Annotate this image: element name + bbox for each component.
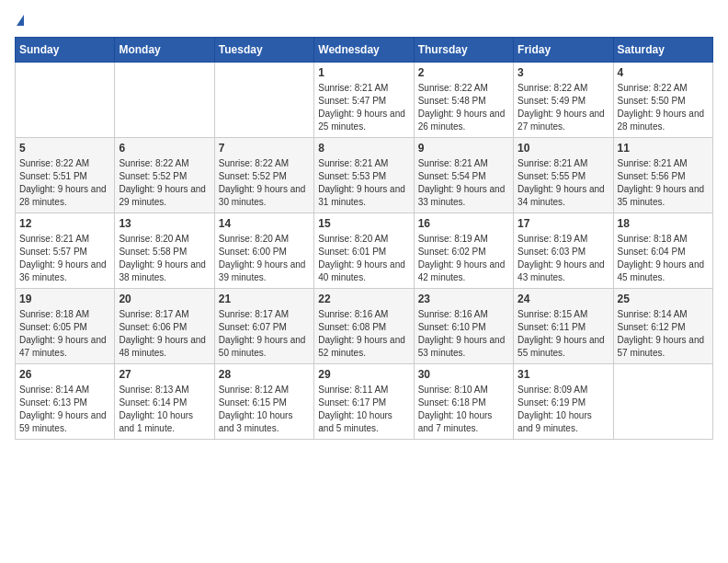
- day-number: 11: [618, 142, 709, 155]
- day-info: Sunrise: 8:21 AMSunset: 5:54 PMDaylight:…: [418, 157, 509, 209]
- calendar-week-row: 5Sunrise: 8:22 AMSunset: 5:51 PMDaylight…: [16, 138, 713, 213]
- day-info: Sunrise: 8:22 AMSunset: 5:52 PMDaylight:…: [219, 157, 310, 209]
- day-info: Sunrise: 8:13 AMSunset: 6:14 PMDaylight:…: [119, 384, 210, 435]
- day-info: Sunrise: 8:19 AMSunset: 6:03 PMDaylight:…: [518, 233, 609, 284]
- day-number: 3: [518, 66, 609, 79]
- day-number: 16: [418, 217, 509, 230]
- calendar-cell: 13Sunrise: 8:20 AMSunset: 5:58 PMDayligh…: [115, 213, 214, 289]
- day-info: Sunrise: 8:17 AMSunset: 6:06 PMDaylight:…: [119, 308, 210, 360]
- day-info: Sunrise: 8:22 AMSunset: 5:48 PMDaylight:…: [418, 82, 509, 133]
- calendar-cell: 3Sunrise: 8:22 AMSunset: 5:49 PMDaylight…: [514, 63, 613, 138]
- day-info: Sunrise: 8:21 AMSunset: 5:47 PMDaylight:…: [318, 82, 409, 133]
- calendar-cell: 28Sunrise: 8:12 AMSunset: 6:15 PMDayligh…: [214, 364, 313, 440]
- calendar-cell: 15Sunrise: 8:20 AMSunset: 6:01 PMDayligh…: [314, 213, 414, 289]
- day-number: 10: [518, 142, 609, 155]
- calendar-cell: 25Sunrise: 8:14 AMSunset: 6:12 PMDayligh…: [613, 289, 712, 364]
- day-number: 28: [219, 368, 310, 381]
- calendar-cell: 5Sunrise: 8:22 AMSunset: 5:51 PMDaylight…: [16, 138, 115, 213]
- calendar-cell: [16, 63, 115, 138]
- day-number: 22: [318, 293, 409, 305]
- day-info: Sunrise: 8:21 AMSunset: 5:57 PMDaylight:…: [19, 233, 110, 284]
- calendar-cell: [613, 364, 712, 440]
- day-info: Sunrise: 8:21 AMSunset: 5:55 PMDaylight:…: [518, 157, 609, 209]
- day-number: 20: [119, 293, 210, 305]
- calendar-day-header: Tuesday: [214, 38, 313, 63]
- day-number: 6: [119, 142, 210, 155]
- day-info: Sunrise: 8:16 AMSunset: 6:10 PMDaylight:…: [418, 308, 509, 360]
- day-info: Sunrise: 8:15 AMSunset: 6:11 PMDaylight:…: [518, 308, 609, 360]
- day-info: Sunrise: 8:14 AMSunset: 6:13 PMDaylight:…: [19, 384, 110, 435]
- day-number: 2: [418, 66, 509, 79]
- day-number: 15: [318, 217, 409, 230]
- calendar-day-header: Sunday: [16, 38, 115, 63]
- day-number: 26: [19, 368, 110, 381]
- calendar-cell: 6Sunrise: 8:22 AMSunset: 5:52 PMDaylight…: [115, 138, 214, 213]
- calendar-day-header: Monday: [115, 38, 214, 63]
- calendar-cell: 30Sunrise: 8:10 AMSunset: 6:18 PMDayligh…: [414, 364, 513, 440]
- day-info: Sunrise: 8:22 AMSunset: 5:50 PMDaylight:…: [618, 82, 709, 133]
- day-info: Sunrise: 8:22 AMSunset: 5:49 PMDaylight:…: [518, 82, 609, 133]
- calendar-cell: 17Sunrise: 8:19 AMSunset: 6:03 PMDayligh…: [514, 213, 613, 289]
- day-number: 7: [219, 142, 310, 155]
- day-number: 17: [518, 217, 609, 230]
- calendar-cell: 20Sunrise: 8:17 AMSunset: 6:06 PMDayligh…: [115, 289, 214, 364]
- calendar-day-header: Wednesday: [314, 38, 414, 63]
- day-number: 13: [119, 217, 210, 230]
- day-number: 12: [19, 217, 110, 230]
- day-info: Sunrise: 8:19 AMSunset: 6:02 PMDaylight:…: [418, 233, 509, 284]
- day-number: 1: [318, 66, 409, 79]
- calendar-cell: 4Sunrise: 8:22 AMSunset: 5:50 PMDaylight…: [613, 63, 712, 138]
- day-info: Sunrise: 8:21 AMSunset: 5:53 PMDaylight:…: [318, 157, 409, 209]
- calendar-cell: 22Sunrise: 8:16 AMSunset: 6:08 PMDayligh…: [314, 289, 414, 364]
- calendar-week-row: 19Sunrise: 8:18 AMSunset: 6:05 PMDayligh…: [16, 289, 713, 364]
- day-info: Sunrise: 8:10 AMSunset: 6:18 PMDaylight:…: [418, 384, 509, 435]
- calendar-cell: 19Sunrise: 8:18 AMSunset: 6:05 PMDayligh…: [16, 289, 115, 364]
- logo-triangle-icon: [17, 15, 24, 26]
- calendar-cell: [214, 63, 313, 138]
- calendar-cell: 8Sunrise: 8:21 AMSunset: 5:53 PMDaylight…: [314, 138, 414, 213]
- day-number: 24: [518, 293, 609, 305]
- calendar-cell: 1Sunrise: 8:21 AMSunset: 5:47 PMDaylight…: [314, 63, 414, 138]
- calendar-cell: 9Sunrise: 8:21 AMSunset: 5:54 PMDaylight…: [414, 138, 513, 213]
- day-info: Sunrise: 8:09 AMSunset: 6:19 PMDaylight:…: [518, 384, 609, 435]
- page-header: [15, 15, 713, 26]
- calendar-cell: 12Sunrise: 8:21 AMSunset: 5:57 PMDayligh…: [16, 213, 115, 289]
- calendar-cell: 31Sunrise: 8:09 AMSunset: 6:19 PMDayligh…: [514, 364, 613, 440]
- day-info: Sunrise: 8:17 AMSunset: 6:07 PMDaylight:…: [219, 308, 310, 360]
- day-info: Sunrise: 8:21 AMSunset: 5:56 PMDaylight:…: [618, 157, 709, 209]
- calendar-cell: 7Sunrise: 8:22 AMSunset: 5:52 PMDaylight…: [214, 138, 313, 213]
- calendar-day-header: Thursday: [414, 38, 513, 63]
- calendar-cell: 26Sunrise: 8:14 AMSunset: 6:13 PMDayligh…: [16, 364, 115, 440]
- day-number: 21: [219, 293, 310, 305]
- calendar-day-header: Friday: [514, 38, 613, 63]
- day-info: Sunrise: 8:12 AMSunset: 6:15 PMDaylight:…: [219, 384, 310, 435]
- day-number: 31: [518, 368, 609, 381]
- calendar-cell: 2Sunrise: 8:22 AMSunset: 5:48 PMDaylight…: [414, 63, 513, 138]
- day-number: 19: [19, 293, 110, 305]
- calendar-header-row: SundayMondayTuesdayWednesdayThursdayFrid…: [16, 38, 713, 63]
- calendar-week-row: 1Sunrise: 8:21 AMSunset: 5:47 PMDaylight…: [16, 63, 713, 138]
- calendar-table: SundayMondayTuesdayWednesdayThursdayFrid…: [15, 37, 713, 440]
- day-number: 27: [119, 368, 210, 381]
- day-number: 14: [219, 217, 310, 230]
- calendar-cell: 27Sunrise: 8:13 AMSunset: 6:14 PMDayligh…: [115, 364, 214, 440]
- day-number: 18: [618, 217, 709, 230]
- calendar-cell: 24Sunrise: 8:15 AMSunset: 6:11 PMDayligh…: [514, 289, 613, 364]
- day-number: 8: [318, 142, 409, 155]
- calendar-cell: 11Sunrise: 8:21 AMSunset: 5:56 PMDayligh…: [613, 138, 712, 213]
- day-number: 29: [318, 368, 409, 381]
- day-info: Sunrise: 8:22 AMSunset: 5:52 PMDaylight:…: [119, 157, 210, 209]
- calendar-cell: 14Sunrise: 8:20 AMSunset: 6:00 PMDayligh…: [214, 213, 313, 289]
- day-info: Sunrise: 8:14 AMSunset: 6:12 PMDaylight:…: [618, 308, 709, 360]
- calendar-day-header: Saturday: [613, 38, 712, 63]
- day-number: 30: [418, 368, 509, 381]
- calendar-cell: 23Sunrise: 8:16 AMSunset: 6:10 PMDayligh…: [414, 289, 513, 364]
- day-number: 23: [418, 293, 509, 305]
- day-info: Sunrise: 8:20 AMSunset: 5:58 PMDaylight:…: [119, 233, 210, 284]
- calendar-cell: 21Sunrise: 8:17 AMSunset: 6:07 PMDayligh…: [214, 289, 313, 364]
- calendar-week-row: 26Sunrise: 8:14 AMSunset: 6:13 PMDayligh…: [16, 364, 713, 440]
- day-info: Sunrise: 8:20 AMSunset: 6:01 PMDaylight:…: [318, 233, 409, 284]
- calendar-cell: 29Sunrise: 8:11 AMSunset: 6:17 PMDayligh…: [314, 364, 414, 440]
- day-number: 4: [618, 66, 709, 79]
- calendar-cell: 18Sunrise: 8:18 AMSunset: 6:04 PMDayligh…: [613, 213, 712, 289]
